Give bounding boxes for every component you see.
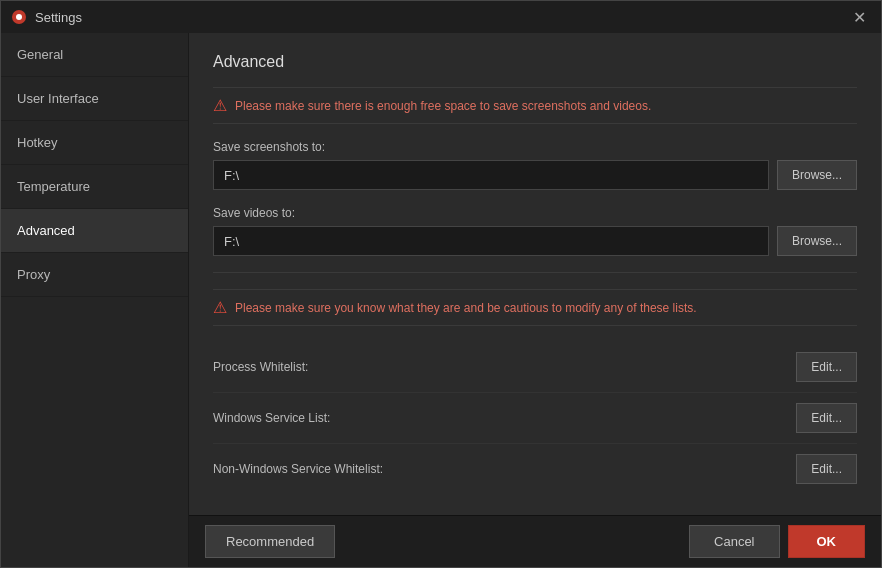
videos-input[interactable] (213, 226, 769, 256)
titlebar: Settings ✕ (1, 1, 881, 33)
non-windows-service-label: Non-Windows Service Whitelist: (213, 462, 383, 476)
warning-text-2: Please make sure you know what they are … (235, 301, 697, 315)
warning-icon-1: ⚠ (213, 96, 227, 115)
browse-screenshots-button[interactable]: Browse... (777, 160, 857, 190)
content-inner: Advanced ⚠ Please make sure there is eno… (189, 33, 881, 515)
windows-service-label: Windows Service List: (213, 411, 330, 425)
ok-button[interactable]: OK (788, 525, 866, 558)
recommended-button[interactable]: Recommended (205, 525, 335, 558)
warning-icon-2: ⚠ (213, 298, 227, 317)
sidebar-item-temperature[interactable]: Temperature (1, 165, 188, 209)
list-row-non-windows-service: Non-Windows Service Whitelist: Edit... (213, 444, 857, 494)
edit-windows-service-button[interactable]: Edit... (796, 403, 857, 433)
titlebar-left: Settings (11, 9, 82, 25)
footer-right: Cancel OK (689, 525, 865, 558)
warning-text-1: Please make sure there is enough free sp… (235, 99, 651, 113)
main-content: General User Interface Hotkey Temperatur… (1, 33, 881, 567)
videos-row: Browse... (213, 226, 857, 256)
process-whitelist-label: Process Whitelist: (213, 360, 308, 374)
titlebar-title: Settings (35, 10, 82, 25)
screenshots-row: Browse... (213, 160, 857, 190)
screenshots-label: Save screenshots to: (213, 140, 857, 154)
warning-bar-1: ⚠ Please make sure there is enough free … (213, 87, 857, 124)
list-row-windows-service: Windows Service List: Edit... (213, 393, 857, 444)
settings-window: Settings ✕ General User Interface Hotkey… (0, 0, 882, 568)
divider-1 (213, 272, 857, 273)
sidebar: General User Interface Hotkey Temperatur… (1, 33, 189, 567)
browse-videos-button[interactable]: Browse... (777, 226, 857, 256)
sidebar-item-proxy[interactable]: Proxy (1, 253, 188, 297)
content-area: Advanced ⚠ Please make sure there is eno… (189, 33, 881, 567)
edit-process-whitelist-button[interactable]: Edit... (796, 352, 857, 382)
sidebar-item-user-interface[interactable]: User Interface (1, 77, 188, 121)
lists-container: Process Whitelist: Edit... Windows Servi… (213, 342, 857, 494)
warning-bar-2: ⚠ Please make sure you know what they ar… (213, 289, 857, 326)
app-icon (11, 9, 27, 25)
videos-field-group: Save videos to: Browse... (213, 206, 857, 256)
sidebar-item-advanced[interactable]: Advanced (1, 209, 188, 253)
videos-label: Save videos to: (213, 206, 857, 220)
sidebar-item-hotkey[interactable]: Hotkey (1, 121, 188, 165)
close-button[interactable]: ✕ (847, 5, 871, 29)
list-row-process-whitelist: Process Whitelist: Edit... (213, 342, 857, 393)
screenshots-input[interactable] (213, 160, 769, 190)
edit-non-windows-service-button[interactable]: Edit... (796, 454, 857, 484)
cancel-button[interactable]: Cancel (689, 525, 779, 558)
screenshots-field-group: Save screenshots to: Browse... (213, 140, 857, 190)
sidebar-item-general[interactable]: General (1, 33, 188, 77)
page-title: Advanced (213, 53, 857, 71)
svg-point-1 (16, 14, 22, 20)
footer: Recommended Cancel OK (189, 515, 881, 567)
